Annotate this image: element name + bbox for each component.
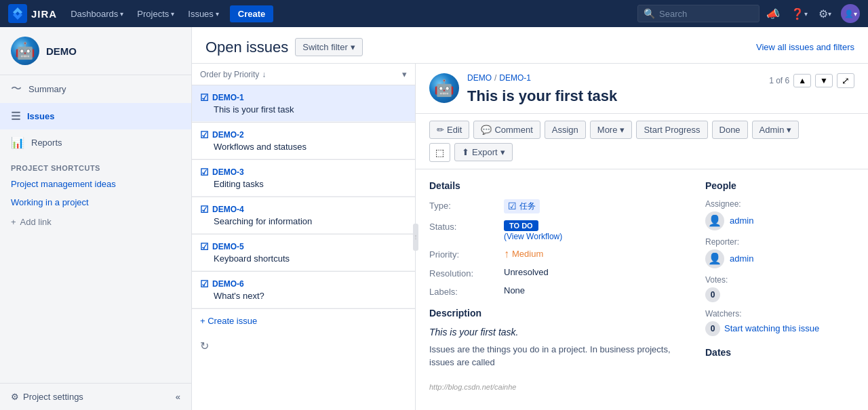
view-all-link[interactable]: View all issues and filters — [756, 42, 854, 52]
description-section: Description This is your first task. Iss… — [429, 308, 692, 369]
shortcut-working-project[interactable]: Working in a project — [0, 193, 191, 211]
create-button[interactable]: Create — [230, 5, 273, 22]
refresh-icon[interactable]: ↻ — [192, 333, 415, 359]
order-by-button[interactable]: Order by Priority ↓ — [200, 70, 266, 79]
view-workflow-link[interactable]: (View Workflow) — [504, 232, 562, 241]
reporter-row: 👤 admin — [705, 249, 854, 268]
assign-label: Assign — [552, 125, 578, 135]
expand-button[interactable]: ⤢ — [837, 73, 854, 88]
dashboards-nav[interactable]: Dashboards ▾ — [65, 0, 129, 27]
priority-field-value: ↑ Medium — [504, 248, 543, 260]
project-name: DEMO — [46, 45, 77, 57]
shortcut-project-mgmt[interactable]: Project management ideas — [0, 175, 191, 193]
breadcrumb-issue[interactable]: DEMO-1 — [499, 73, 531, 83]
issue-item-2[interactable]: ☑ DEMO-2 Workflows and statuses — [192, 123, 415, 159]
issue-item-3[interactable]: ☑ DEMO-3 Editing tasks — [192, 160, 415, 197]
labels-field-label: Labels: — [429, 285, 504, 297]
comment-button[interactable]: 💬 Comment — [473, 121, 540, 139]
issue-checkbox-1: ☑ — [200, 92, 209, 103]
issue-item-1[interactable]: ☑ DEMO-1 This is your first task — [192, 85, 415, 122]
search-icon: 🔍 — [644, 8, 655, 19]
issue-title-5: Keyboard shortcuts — [200, 253, 407, 264]
edit-button[interactable]: ✏ Edit — [429, 121, 469, 139]
main-layout: 🤖 DEMO 〜 Summary ☰ Issues 📊 Reports PROJ… — [0, 27, 868, 410]
assignee-avatar: 👤 — [705, 211, 724, 230]
collapse-icon[interactable]: « — [176, 392, 180, 402]
filter-options-icon[interactable]: ▾ — [402, 69, 407, 79]
nav-up-button[interactable]: ▲ — [793, 74, 811, 87]
priority-field-row: Priority: ↑ Medium — [429, 248, 692, 260]
watch-link[interactable]: Start watching this issue — [724, 323, 819, 333]
nav-count: 1 of 6 — [769, 76, 789, 85]
drag-handle[interactable]: ⋮ — [413, 224, 418, 251]
project-settings-button[interactable]: ⚙ Project settings « — [0, 383, 191, 410]
switch-filter-button[interactable]: Switch filter ▾ — [295, 38, 362, 56]
create-issue-label: + Create issue — [200, 316, 257, 326]
admin-button[interactable]: Admin ▾ — [752, 121, 800, 139]
content-area: Open issues Switch filter ▾ View all iss… — [192, 27, 868, 410]
create-issue-button[interactable]: + Create issue — [192, 309, 415, 333]
issue-item-6[interactable]: ☑ DEMO-6 What's next? — [192, 272, 415, 308]
type-field-row: Type: ☑ 任务 — [429, 199, 692, 213]
votes-count: 0 — [705, 287, 720, 302]
sidebar-project-header: 🤖 DEMO — [0, 27, 191, 75]
action-bar: ✏ Edit 💬 Comment Assign More ▾ — [416, 114, 868, 169]
projects-nav[interactable]: Projects ▾ — [132, 0, 180, 27]
notifications-icon[interactable]: 📣 — [762, 0, 784, 27]
issues-arrow: ▾ — [216, 10, 219, 18]
nav-down-button[interactable]: ▼ — [815, 74, 833, 87]
resolution-field-label: Resolution: — [429, 267, 504, 279]
issue-item-4[interactable]: ☑ DEMO-4 Searching for information — [192, 197, 415, 234]
action-right: ⬚ ⬆ Export ▾ — [429, 143, 513, 162]
settings-icon[interactable]: ⚙▾ — [814, 0, 835, 27]
detail-title-left: 🤖 DEMO / DEMO-1 This is your first task — [429, 73, 617, 106]
app-logo[interactable]: JIRA — [8, 4, 57, 23]
more-button[interactable]: More ▾ — [590, 121, 633, 139]
breadcrumb: DEMO / DEMO-1 — [467, 73, 617, 83]
assignee-name[interactable]: admin — [730, 216, 753, 226]
type-field-label: Type: — [429, 199, 504, 211]
assign-button[interactable]: Assign — [545, 121, 586, 139]
assignee-label: Assignee: — [705, 199, 854, 209]
user-avatar[interactable]: 👤▾ — [841, 4, 860, 23]
issue-item-5[interactable]: ☑ DEMO-5 Keyboard shortcuts — [192, 234, 415, 271]
more-label: More — [597, 125, 618, 135]
watchers-row: 0 Start watching this issue — [705, 321, 854, 336]
export-button[interactable]: ⬆ Export ▾ — [454, 143, 513, 161]
priority-arrow-icon: ↑ — [504, 248, 509, 260]
priority-field-label: Priority: — [429, 248, 504, 260]
more-arrow-icon: ▾ — [620, 125, 625, 135]
issues-nav[interactable]: Issues ▾ — [182, 0, 224, 27]
assignee-row: 👤 admin — [705, 211, 854, 230]
start-progress-button[interactable]: Start Progress — [636, 121, 707, 139]
summary-icon: 〜 — [11, 82, 22, 96]
shortcuts-section-header: PROJECT SHORTCUTS — [0, 156, 191, 175]
dates-section-title: Dates — [705, 347, 854, 358]
add-link-button[interactable]: + Add link — [0, 211, 191, 232]
export-arrow-icon: ▾ — [500, 147, 505, 157]
done-button[interactable]: Done — [712, 121, 748, 139]
detail-header: 🤖 DEMO / DEMO-1 This is your first task — [416, 64, 868, 114]
resolution-field-row: Resolution: Unresolved — [429, 267, 692, 279]
breadcrumb-project[interactable]: DEMO — [467, 73, 492, 83]
sidebar-item-issues-label: Issues — [27, 111, 54, 121]
status-field-row: Status: TO DO (View Workflow) — [429, 220, 692, 241]
search-input[interactable] — [659, 9, 754, 19]
sidebar-item-summary[interactable]: 〜 Summary — [0, 75, 191, 103]
switch-filter-arrow: ▾ — [351, 42, 355, 52]
jira-logo-icon — [8, 4, 27, 23]
reporter-label: Reporter: — [705, 237, 854, 247]
watchers-count: 0 — [705, 321, 720, 336]
issue-title-6: What's next? — [200, 291, 407, 301]
issue-id-1: DEMO-1 — [212, 93, 244, 102]
add-icon: + — [11, 217, 16, 227]
project-settings-label: Project settings — [23, 392, 83, 402]
sidebar-item-reports[interactable]: 📊 Reports — [0, 129, 191, 156]
sidebar-item-issues[interactable]: ☰ Issues — [0, 103, 191, 129]
done-label: Done — [719, 125, 741, 135]
issue-id-6: DEMO-6 — [212, 279, 244, 289]
help-icon[interactable]: ❓▾ — [787, 0, 812, 27]
reporter-name[interactable]: admin — [730, 253, 753, 264]
open-in-new-button[interactable]: ⬚ — [429, 143, 450, 162]
detail-left-column: Details Type: ☑ 任务 Status: — [429, 180, 692, 369]
